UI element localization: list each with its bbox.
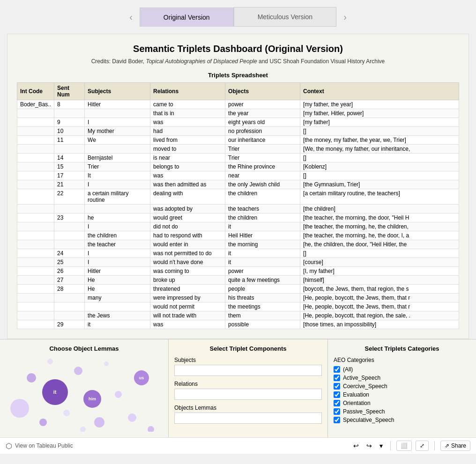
table-row[interactable]: 17Itwasnear[] (17, 171, 459, 180)
cell-subjects: Bernjastel (85, 154, 150, 162)
prev-arrow[interactable]: ‹ (122, 12, 140, 22)
bubble-8[interactable] (128, 413, 136, 422)
bubble-7[interactable] (94, 417, 104, 427)
download-button[interactable]: ⬜ (396, 441, 412, 451)
table-row[interactable]: 25Iwould n't have doneit[course] (17, 258, 459, 267)
checkbox-item-3: Evaluation (334, 391, 470, 398)
cell-sentnum: 10 (54, 127, 85, 136)
cell-context: [those times, an impossibility] (300, 320, 459, 329)
view-tableau-label[interactable]: View on Tableau Public (15, 442, 73, 449)
cell-relations: was adopted by (150, 205, 225, 214)
cell-intcode (17, 276, 54, 285)
cell-relations: threatened (150, 285, 225, 294)
cell-objects: people (225, 285, 300, 294)
table-row[interactable]: 11Welived fromour inheritance[the money,… (17, 136, 459, 145)
checkbox-3[interactable] (334, 391, 340, 398)
relations-input[interactable] (174, 389, 322, 400)
next-arrow[interactable]: › (336, 12, 354, 22)
cell-objects: no profession (225, 127, 300, 136)
cell-context: [] (300, 249, 459, 258)
cell-context: [the teacher, the morning, he, the child… (300, 222, 459, 231)
cell-context: [the teacher, the morning, the door, "He… (300, 214, 459, 222)
cell-subjects: I (85, 222, 150, 231)
checkbox-5[interactable] (334, 408, 340, 415)
cell-context: [he, the children, the door, "Heil Hitle… (300, 240, 459, 249)
checkbox-label-5: Passive_Speech (343, 408, 385, 415)
bubble-3[interactable] (27, 373, 36, 383)
bubble-5[interactable] (115, 391, 122, 398)
table-row[interactable]: 23hewould greetthe children[the teacher,… (17, 214, 459, 222)
checkbox-2[interactable] (334, 383, 340, 390)
table-row[interactable]: would not permitthe meetings[He, people,… (17, 302, 459, 311)
bubble-14[interactable] (47, 359, 53, 364)
checkbox-1[interactable] (334, 375, 340, 381)
table-row[interactable]: 26Hitlerwas coming topower[I, my father] (17, 267, 459, 276)
bubble-4[interactable] (74, 367, 82, 375)
cell-intcode (17, 222, 54, 231)
aeo-label: AEO Categories (334, 357, 470, 363)
cell-relations: broke up (150, 276, 225, 285)
cell-relations: were impressed by (150, 294, 225, 302)
checkbox-6[interactable] (334, 417, 340, 423)
table-row[interactable]: 10My motherhadno profession[] (17, 127, 459, 136)
cell-context: [my father, Hitler, power] (300, 109, 459, 118)
tab-meticulous[interactable]: Meticulous Version (234, 7, 337, 27)
cell-context: [He, people, boycott, that region, the s… (300, 311, 459, 320)
fullscreen-button[interactable]: ⤢ (416, 441, 429, 451)
toolbar-left: ⬡ View on Tableau Public (6, 442, 73, 450)
bubble-6[interactable] (10, 399, 29, 418)
checkbox-item-5: Passive_Speech (334, 408, 470, 415)
table-row[interactable]: that is inthe year[my father, Hitler, po… (17, 109, 459, 118)
table-row[interactable]: 21Iwas then admitted asthe only Jewish c… (17, 180, 459, 189)
tab-navigation: ‹ Original Version Meticulous Version › (0, 0, 476, 34)
objects-lemmas-input[interactable] (174, 412, 322, 424)
table-row[interactable]: manywere impressed byhis threats[He, peo… (17, 294, 459, 302)
subjects-input[interactable] (174, 365, 322, 376)
bubble-10[interactable] (63, 410, 70, 416)
table-row[interactable]: the childrenhad to respond withHeil Hitl… (17, 231, 459, 240)
bubble-2[interactable]: us (134, 370, 149, 385)
bubble-12[interactable] (148, 426, 154, 432)
table-row[interactable]: 27Hebroke upquite a few meetings[himself… (17, 276, 459, 285)
cell-intcode (17, 189, 54, 205)
table-row[interactable]: 14Bernjastelis nearTrier[] (17, 154, 459, 162)
cell-subjects: Hitler (85, 100, 150, 109)
cell-objects: power (225, 267, 300, 276)
bubble-9[interactable] (39, 419, 47, 426)
credits-suffix: and USC Shoah Foundation Visual History … (257, 58, 385, 65)
cell-intcode (17, 162, 54, 171)
table-row[interactable]: 24Iwas not permitted to doit[] (17, 249, 459, 258)
cell-relations: moved to (150, 145, 225, 154)
bubble-15[interactable] (104, 361, 109, 366)
cell-context: [course] (300, 258, 459, 267)
table-row[interactable]: 28Hethreatenedpeople[boycott, the Jews, … (17, 285, 459, 294)
table-row[interactable]: the teacherwould enter inthe morning[he,… (17, 240, 459, 249)
table-row[interactable]: the Jewswill not trade withthem[He, peop… (17, 311, 459, 320)
table-row[interactable]: Boder_Bas..8Hitlercame topower[my father… (17, 100, 459, 109)
table-row[interactable]: moved toTrier[We, the money, my father, … (17, 145, 459, 154)
table-row[interactable]: 29itwaspossible[those times, an impossib… (17, 320, 459, 329)
cell-intcode (17, 240, 54, 249)
undo-icon[interactable]: ↩ (351, 441, 361, 450)
cell-objects: the only Jewish child (225, 180, 300, 189)
bubble-1[interactable]: him (83, 390, 101, 408)
cell-sentnum: 14 (54, 154, 85, 162)
table-row[interactable]: 15Trierbelongs tothe Rhine province[Kobl… (17, 162, 459, 171)
checkbox-item-4: Orientation (334, 400, 470, 406)
tab-original[interactable]: Original Version (140, 7, 234, 27)
dashboard-title: Semantic Triplets Dashboard (Original Ve… (17, 44, 459, 54)
undo-dropdown-icon[interactable]: ▾ (378, 441, 385, 450)
table-row[interactable]: 22a certain military routinedealing with… (17, 189, 459, 205)
share-button[interactable]: ⇗ Share (440, 441, 470, 451)
checkbox-4[interactable] (334, 400, 340, 406)
cell-subjects: I (85, 249, 150, 258)
bubble-0[interactable]: it (42, 379, 68, 405)
table-row[interactable]: was adopted bythe teachers[the children] (17, 205, 459, 214)
checkbox-0[interactable] (334, 366, 340, 373)
col-header-relations: Relations (150, 83, 225, 100)
redo-icon[interactable]: ↪ (364, 441, 374, 450)
table-row[interactable]: 9Iwaseight years old[my father] (17, 118, 459, 127)
table-row[interactable]: Idid not doit[the teacher, the morning, … (17, 222, 459, 231)
bubble-13[interactable] (80, 427, 86, 432)
cell-objects: it (225, 258, 300, 267)
